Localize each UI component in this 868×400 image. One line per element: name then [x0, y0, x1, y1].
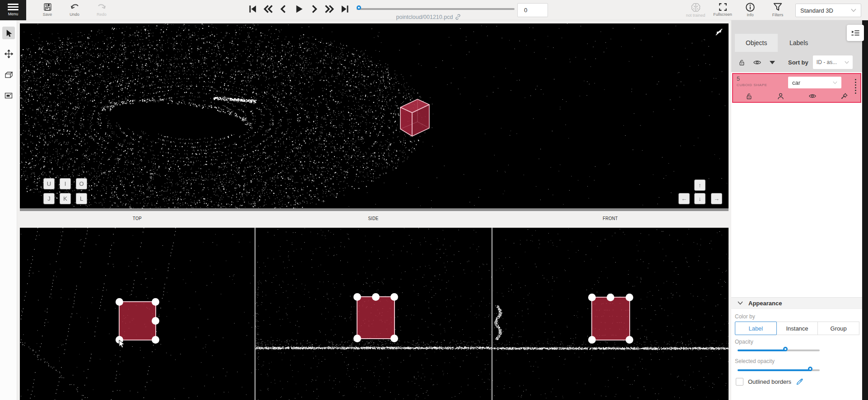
- redo-button[interactable]: Redo: [90, 1, 113, 17]
- sort-select[interactable]: ID - as...: [813, 55, 853, 69]
- next-frame-button[interactable]: [308, 3, 320, 15]
- redo-icon: [97, 2, 107, 12]
- bbox-handle[interactable]: [390, 293, 398, 301]
- side-view-bbox[interactable]: [357, 296, 395, 339]
- frame-number-input[interactable]: [517, 3, 548, 17]
- timeline-track[interactable]: [357, 8, 515, 10]
- frame-select-icon: [4, 91, 13, 100]
- bbox-handle[interactable]: [353, 335, 361, 342]
- opacity-slider[interactable]: [738, 347, 820, 354]
- color-by-instance-button[interactable]: Instance: [776, 322, 818, 335]
- timeline-slider[interactable]: [357, 8, 515, 10]
- main-3d-viewport[interactable]: U I O J K L ↑ ← ↓ →: [20, 23, 729, 208]
- bbox-handle[interactable]: [116, 298, 123, 306]
- nav-down-button[interactable]: ↓: [694, 193, 706, 204]
- panel-collapse-button[interactable]: [847, 25, 864, 41]
- tab-labels[interactable]: Labels: [779, 34, 819, 52]
- timeline-handle[interactable]: [357, 5, 361, 10]
- expand-all-button[interactable]: [767, 57, 777, 67]
- skip-to-end-button[interactable]: [339, 3, 351, 15]
- previous-frame-button[interactable]: [277, 3, 290, 15]
- fullscreen-button[interactable]: Fullscreen: [711, 1, 734, 17]
- bbox-rotate-handle[interactable]: [607, 294, 614, 301]
- top-orthographic-view[interactable]: [20, 228, 255, 400]
- fullscreen-label: Fullscreen: [711, 12, 734, 17]
- collapsed-panel-strip[interactable]: [862, 20, 868, 400]
- front-view-bbox[interactable]: [591, 297, 630, 340]
- outlined-borders-checkbox[interactable]: [736, 378, 743, 386]
- skip-to-start-button[interactable]: [246, 3, 259, 15]
- object-pin-button[interactable]: [840, 91, 849, 101]
- bbox-handle[interactable]: [152, 336, 159, 344]
- object-visibility-button[interactable]: [808, 91, 817, 101]
- selected-opacity-slider[interactable]: [738, 367, 820, 374]
- frame-select-tool-button[interactable]: [2, 89, 15, 102]
- appearance-section-header[interactable]: Appearance: [731, 297, 862, 309]
- bbox-handle[interactable]: [626, 294, 633, 301]
- selected-opacity-slider-handle[interactable]: [808, 367, 812, 371]
- eye-icon: [808, 92, 817, 100]
- object-shape-type: CUBOID SHAPE: [737, 83, 767, 87]
- nav-up-button[interactable]: ↑: [694, 179, 706, 191]
- bbox-handle[interactable]: [588, 336, 596, 344]
- menu-button[interactable]: Menu: [0, 0, 26, 20]
- next-frame-icon: [309, 4, 319, 14]
- save-icon: [43, 2, 52, 12]
- bbox-rotate-handle[interactable]: [152, 317, 159, 325]
- color-by-label-button[interactable]: Label: [735, 322, 777, 335]
- right-panel: Objects Labels Sort by ID - as... 5 CUBO…: [731, 20, 862, 400]
- top-view-bbox[interactable]: [119, 301, 156, 340]
- bbox-handle[interactable]: [588, 294, 596, 301]
- fast-forward-button[interactable]: [323, 3, 336, 15]
- triangle-down-icon: [770, 60, 775, 64]
- top-view-label: TOP: [118, 216, 157, 225]
- pointer-tool-button[interactable]: [2, 27, 15, 39]
- info-button[interactable]: Info: [739, 1, 761, 17]
- object-class-select[interactable]: car: [788, 77, 841, 88]
- side-orthographic-view[interactable]: [255, 228, 492, 400]
- sort-by-label: Sort by: [788, 59, 808, 66]
- play-button[interactable]: [292, 3, 305, 15]
- hotkey-u[interactable]: U: [43, 178, 55, 189]
- bbox-handle[interactable]: [626, 336, 633, 344]
- link-icon[interactable]: [455, 14, 461, 20]
- save-button[interactable]: Save: [36, 1, 59, 17]
- selected-cuboid[interactable]: [398, 96, 432, 140]
- collapse-view-button[interactable]: [714, 27, 724, 37]
- visibility-all-button[interactable]: [752, 57, 762, 67]
- hotkey-j[interactable]: J: [43, 193, 55, 204]
- bbox-handle[interactable]: [353, 293, 361, 301]
- object-id: 5: [737, 75, 740, 82]
- object-lock-button[interactable]: [744, 91, 754, 101]
- fast-rewind-button[interactable]: [262, 3, 274, 15]
- bbox-handle[interactable]: [152, 298, 159, 306]
- filters-button[interactable]: Filters: [766, 1, 789, 17]
- viewport-resize-handle[interactable]: [20, 208, 729, 211]
- move-icon: [5, 50, 13, 58]
- pan-tool-button[interactable]: [2, 47, 15, 60]
- undo-button[interactable]: Undo: [63, 1, 86, 17]
- cuboid-tool-button[interactable]: [2, 69, 15, 81]
- hotkey-i[interactable]: I: [60, 178, 71, 189]
- hotkey-l[interactable]: L: [76, 193, 87, 204]
- nav-right-button[interactable]: →: [711, 193, 722, 204]
- front-orthographic-view[interactable]: [492, 228, 729, 400]
- eyedropper-icon[interactable]: [796, 378, 803, 386]
- filters-icon: [773, 2, 783, 12]
- bbox-rotate-handle[interactable]: [372, 293, 380, 301]
- hotkey-k[interactable]: K: [60, 193, 71, 204]
- tab-objects[interactable]: Objects: [735, 34, 778, 52]
- main-pointcloud-canvas[interactable]: [20, 23, 729, 208]
- object-list-item[interactable]: 5 CUBOID SHAPE car: [732, 73, 861, 103]
- nav-left-button[interactable]: ←: [678, 193, 690, 204]
- bbox-handle[interactable]: [390, 335, 398, 342]
- arrow-up-icon: ↑: [698, 182, 701, 189]
- arrow-down-icon: ↓: [698, 195, 701, 202]
- view-mode-select[interactable]: Standard 3D: [795, 4, 861, 17]
- chevron-down-icon: [851, 9, 856, 12]
- lock-all-button[interactable]: [737, 57, 747, 67]
- hotkey-o[interactable]: O: [76, 178, 87, 189]
- color-by-group-button[interactable]: Group: [817, 322, 859, 335]
- previous-frame-icon: [279, 4, 288, 14]
- object-author-button[interactable]: [776, 91, 786, 101]
